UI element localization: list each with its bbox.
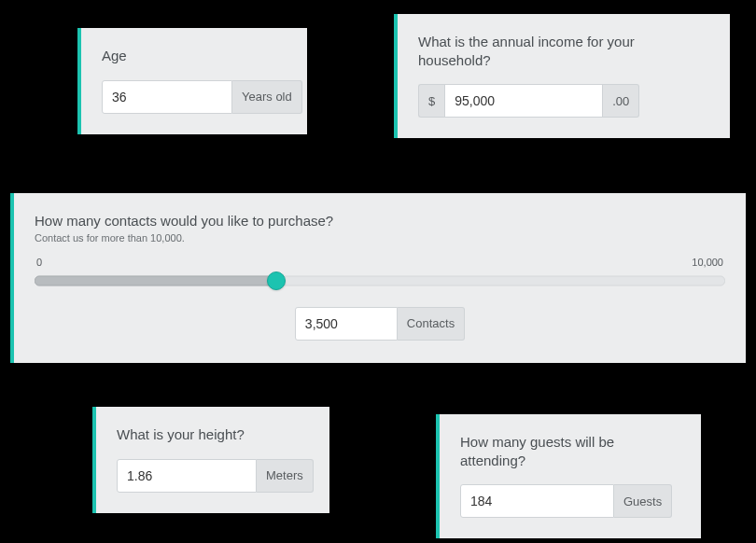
slider-range-labels: 0 10,000 bbox=[35, 257, 725, 268]
card-age: Age Years old bbox=[77, 28, 307, 134]
slider-fill bbox=[35, 275, 278, 285]
income-input-group: $ .00 bbox=[418, 84, 709, 118]
guests-input-group: Guests bbox=[460, 484, 680, 518]
card-guests: How many guests will be attending? Guest… bbox=[436, 414, 701, 538]
height-input[interactable] bbox=[117, 459, 257, 493]
height-label: What is your height? bbox=[117, 425, 309, 444]
card-height: What is your height? Meters bbox=[92, 407, 329, 513]
guests-input[interactable] bbox=[460, 484, 614, 518]
income-cents-addon: .00 bbox=[603, 84, 639, 118]
stage: Age Years old What is the annual income … bbox=[0, 0, 756, 543]
contacts-input[interactable] bbox=[295, 307, 398, 341]
card-income: What is the annual income for your house… bbox=[394, 14, 730, 138]
age-input[interactable] bbox=[102, 80, 232, 114]
slider-max-label: 10,000 bbox=[692, 257, 723, 268]
contacts-slider[interactable] bbox=[35, 272, 725, 290]
card-contacts: How many contacts would you like to purc… bbox=[10, 193, 746, 363]
age-input-group: Years old bbox=[102, 80, 287, 114]
contacts-subtext: Contact us for more than 10,000. bbox=[35, 232, 725, 244]
contacts-label: How many contacts would you like to purc… bbox=[35, 212, 725, 230]
income-currency-addon: $ bbox=[418, 84, 444, 118]
income-label: What is the annual income for your house… bbox=[418, 33, 709, 69]
guests-unit-addon: Guests bbox=[614, 484, 672, 518]
slider-min-label: 0 bbox=[36, 257, 42, 268]
income-input[interactable] bbox=[444, 84, 603, 118]
height-unit-addon: Meters bbox=[257, 459, 314, 493]
age-unit-addon: Years old bbox=[232, 80, 302, 114]
age-label: Age bbox=[102, 47, 287, 65]
guests-label: How many guests will be attending? bbox=[460, 433, 680, 469]
contacts-unit-addon: Contacts bbox=[398, 307, 465, 341]
contacts-input-row: Contacts bbox=[35, 307, 725, 341]
slider-handle[interactable] bbox=[267, 272, 286, 290]
height-input-group: Meters bbox=[117, 459, 309, 493]
